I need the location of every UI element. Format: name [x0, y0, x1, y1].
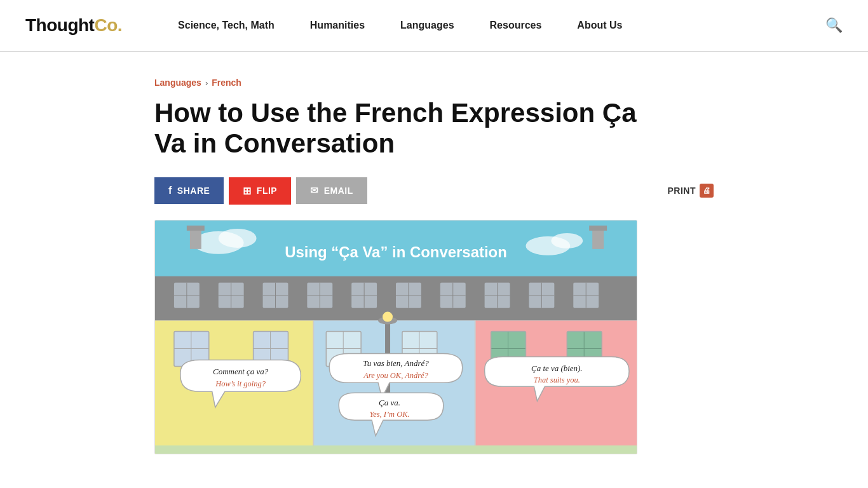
flip-button[interactable]: ⊞ FLIP — [229, 177, 291, 205]
infographic-title: Using “Ça Va” in Conversation — [285, 243, 507, 260]
svg-point-2 — [219, 229, 257, 248]
breadcrumb-french-link[interactable]: French — [212, 78, 241, 88]
flip-label: FLIP — [257, 186, 277, 196]
breadcrumb-languages-link[interactable]: Languages — [154, 78, 201, 88]
svg-rect-78 — [155, 445, 637, 454]
svg-rect-8 — [589, 226, 607, 231]
svg-text:Yes, I’m OK.: Yes, I’m OK. — [369, 410, 409, 419]
main-nav: Science, Tech, Math Humanities Languages… — [160, 0, 825, 51]
svg-text:Ça te va (bien).: Ça te va (bien). — [531, 363, 583, 373]
print-button[interactable]: PRINT 🖨 — [668, 184, 714, 198]
nav-item-humanities[interactable]: Humanities — [292, 0, 383, 51]
site-logo[interactable]: ThoughtCo. — [25, 15, 122, 36]
action-bar: f SHARE ⊞ FLIP ✉ EMAIL PRINT 🖨 — [154, 177, 714, 205]
speech1-line1: Comment ça va? — [213, 367, 269, 376]
article-title: How to Use the French Expression Ça Va i… — [154, 98, 663, 159]
breadcrumb: Languages › French — [154, 78, 714, 88]
svg-rect-6 — [187, 226, 205, 231]
share-label: SHARE — [177, 186, 210, 196]
svg-text:That suits you.: That suits you. — [534, 376, 580, 384]
svg-text:Are you OK, André?: Are you OK, André? — [363, 371, 428, 380]
flip-icon: ⊞ — [243, 185, 252, 197]
email-label: EMAIL — [324, 186, 353, 196]
svg-text:Ça va.: Ça va. — [379, 398, 400, 407]
logo-dot: Co. — [94, 15, 122, 35]
nav-item-about[interactable]: About Us — [559, 0, 640, 51]
svg-text:Tu vas bien, André?: Tu vas bien, André? — [363, 358, 429, 368]
share-button[interactable]: f SHARE — [154, 177, 224, 204]
search-icon[interactable]: 🔍 — [825, 17, 843, 34]
nav-item-science[interactable]: Science, Tech, Math — [160, 0, 292, 51]
print-label: PRINT — [668, 186, 696, 196]
breadcrumb-separator: › — [205, 78, 208, 88]
main-content: Languages › French How to Use the French… — [129, 52, 739, 454]
facebook-icon: f — [168, 185, 172, 196]
infographic-container: Using “Ça Va” in Conversation — [154, 220, 637, 454]
email-icon: ✉ — [310, 185, 319, 196]
email-button[interactable]: ✉ EMAIL — [296, 177, 367, 204]
speech1-line2: How’s it going? — [215, 379, 266, 388]
infographic-image: Using “Ça Va” in Conversation — [155, 220, 637, 454]
svg-point-55 — [383, 311, 393, 322]
svg-point-4 — [551, 233, 583, 248]
site-header: ThoughtCo. Science, Tech, Math Humanitie… — [0, 0, 868, 52]
logo-thought: Thought — [25, 15, 94, 35]
nav-item-languages[interactable]: Languages — [383, 0, 471, 51]
nav-item-resources[interactable]: Resources — [472, 0, 560, 51]
print-icon: 🖨 — [700, 184, 714, 198]
